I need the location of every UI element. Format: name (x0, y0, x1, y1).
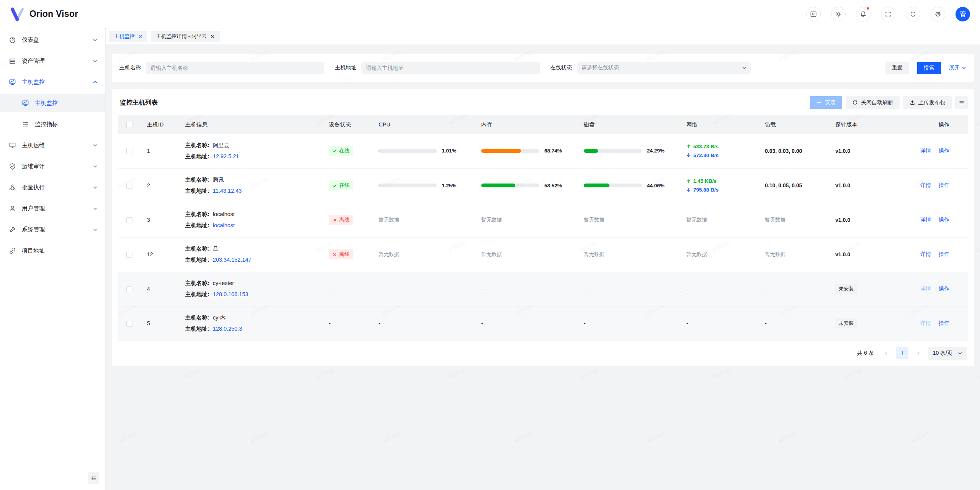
no-data-text: 暂无数据 (481, 251, 502, 257)
sidebar-item-10[interactable]: 项目地址 (0, 241, 105, 260)
reset-button[interactable]: 重置 (885, 62, 909, 74)
tab-0[interactable]: 主机监控 (109, 31, 147, 42)
sidebar-item-4[interactable]: 监控指标 (0, 115, 105, 133)
row-checkbox[interactable] (126, 183, 132, 189)
host-address-input[interactable] (361, 62, 540, 74)
sidebar-item-label: 资产管理 (22, 57, 93, 65)
check-icon (333, 149, 337, 153)
host-id: 5 (141, 306, 179, 341)
no-data-text: 暂无数据 (765, 217, 786, 223)
detail-link[interactable]: 详情 (920, 147, 931, 154)
sidebar-item-3[interactable]: 主机监控 (0, 94, 105, 112)
column-header-cpu: CPU (372, 115, 475, 134)
avatar[interactable]: 管 (956, 7, 970, 21)
host-name-label: 主机名称: (185, 278, 209, 289)
page-size-select[interactable]: 10 条/页 (928, 347, 967, 360)
probe-version: v1.0.0 (835, 182, 850, 188)
chevron-right-icon (916, 351, 921, 356)
dash-text: - (481, 286, 483, 292)
host-address-link[interactable]: 12.92.5.21 (213, 151, 239, 162)
theme-button[interactable] (831, 7, 846, 21)
sidebar-item-2[interactable]: 主机监控 (0, 73, 105, 91)
usage-bar: 58.52% (481, 183, 572, 188)
sidebar-item-label: 主机监控 (22, 79, 93, 86)
settings-button[interactable] (931, 7, 945, 21)
search-button[interactable]: 搜索 (917, 62, 941, 74)
host-name-label: 主机名称: (185, 174, 209, 185)
sidebar-collapse-button[interactable] (88, 472, 99, 484)
pagination-next-button[interactable] (912, 347, 924, 359)
dash-text: - (584, 320, 586, 326)
sidebar-item-9[interactable]: 系统管理 (0, 220, 105, 239)
sidebar-item-7[interactable]: 批量执行 (0, 178, 105, 197)
host-address-link[interactable]: 128.0.106.153 (213, 289, 248, 300)
detail-link[interactable]: 详情 (920, 251, 931, 257)
pagination-page-1[interactable]: 1 (896, 347, 908, 359)
host-address-link[interactable]: 11.43.12.43 (213, 185, 242, 197)
host-address-link[interactable]: 128.0.250.3 (213, 323, 242, 334)
host-name-input[interactable] (146, 62, 324, 74)
column-header-load: 负载 (759, 115, 820, 134)
row-checkbox[interactable] (126, 252, 132, 258)
chevron-down-icon (93, 164, 98, 169)
sidebar-item-1[interactable]: 资产管理 (0, 52, 105, 70)
host-address-link[interactable]: 203.34.152.147 (213, 254, 252, 265)
no-data-text: 暂无数据 (686, 251, 707, 257)
bell-button[interactable] (856, 7, 871, 21)
app-root: Orion Visor 管 仪表盘资产管理主机监控主机监控监控指标主机运维运维审… (0, 0, 980, 490)
card-title: 监控主机列表 (120, 98, 158, 107)
row-checkbox[interactable] (126, 217, 132, 223)
chevron-down-icon (962, 66, 966, 70)
install-button[interactable]: 安装 (810, 96, 842, 109)
detail-link[interactable]: 详情 (920, 182, 931, 188)
operation-link[interactable]: 操作 (939, 285, 949, 292)
row-checkbox[interactable] (126, 148, 132, 154)
expand-toggle[interactable]: 展开 (949, 64, 966, 71)
operation-link[interactable]: 操作 (939, 320, 949, 326)
upload-button-label: 上传发布包 (918, 99, 945, 106)
no-data-text: 暂无数据 (765, 251, 786, 257)
host-address-link[interactable]: localhost (213, 220, 235, 231)
logo[interactable]: Orion Visor (9, 6, 78, 22)
online-status-select[interactable]: 请选择在线状态 (577, 62, 751, 74)
operation-link[interactable]: 操作 (939, 251, 949, 257)
operation-link[interactable]: 操作 (939, 182, 949, 188)
detail-link[interactable]: 详情 (920, 285, 931, 292)
chevron-left-icon (884, 351, 889, 356)
dash-text: - (329, 286, 331, 292)
arrow-down-icon (686, 188, 691, 192)
fullscreen-icon (885, 11, 892, 18)
dash-text: - (329, 320, 331, 326)
sidebar-item-6[interactable]: 运维审计 (0, 157, 105, 175)
host-name: 阿里云 (213, 140, 230, 151)
pagination-prev-button[interactable] (880, 347, 892, 359)
sidebar-item-8[interactable]: 用户管理 (0, 199, 105, 218)
auto-refresh-button[interactable]: 关闭自动刷新 (846, 96, 900, 109)
upload-button[interactable]: 上传发布包 (903, 96, 952, 109)
monitor-chart-icon (9, 79, 16, 86)
detail-link[interactable]: 详情 (920, 320, 931, 326)
sidebar-item-5[interactable]: 主机运维 (0, 136, 105, 154)
dash-text: - (584, 286, 586, 292)
no-data-text: 暂无数据 (686, 217, 707, 223)
detail-link[interactable]: 详情 (920, 216, 931, 223)
list-icon (22, 121, 29, 128)
cluster-icon (9, 184, 16, 191)
row-checkbox[interactable] (126, 321, 132, 327)
operation-link[interactable]: 操作 (939, 216, 949, 223)
code-button[interactable] (806, 7, 821, 21)
host-name: cy-tester (213, 278, 234, 289)
dash-text: - (765, 286, 767, 292)
status-badge-online: 在线 (329, 146, 353, 156)
row-checkbox[interactable] (126, 286, 132, 292)
tab-close-icon[interactable] (211, 34, 215, 39)
sidebar-item-0[interactable]: 仪表盘 (0, 31, 105, 49)
select-all-checkbox[interactable] (126, 122, 132, 128)
table-toolbar: 安装 关闭自动刷新 上传发布包 (810, 96, 968, 109)
tab-1[interactable]: 主机监控详情 - 阿里云 (151, 31, 220, 42)
operation-link[interactable]: 操作 (939, 147, 949, 154)
tab-close-icon[interactable] (138, 34, 142, 39)
fullscreen-button[interactable] (881, 7, 895, 21)
column-settings-button[interactable] (955, 96, 968, 109)
refresh-button[interactable] (906, 7, 920, 21)
